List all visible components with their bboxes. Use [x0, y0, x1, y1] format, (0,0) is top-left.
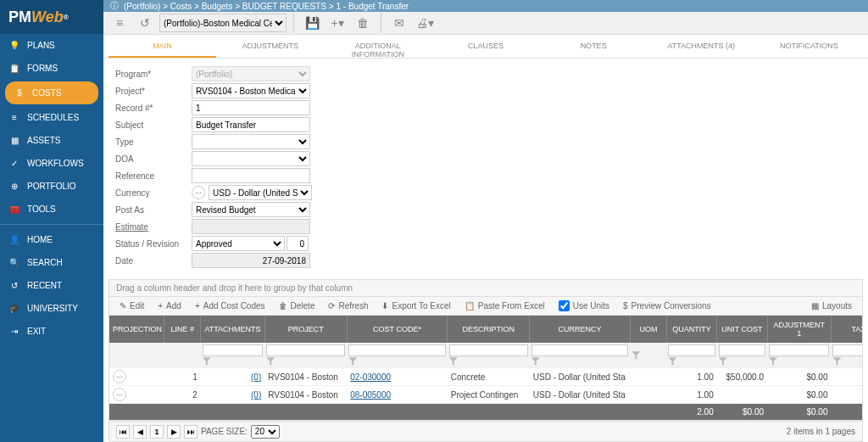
cell-cost-code[interactable]: 02-030000: [347, 368, 448, 386]
pager-prev[interactable]: ◀: [133, 425, 147, 439]
add-icon[interactable]: +▾: [326, 12, 348, 34]
filter-unit[interactable]: [719, 344, 765, 356]
grid-add[interactable]: +Add: [153, 299, 186, 312]
grid-group-hint[interactable]: Drag a column header and drop it here to…: [109, 280, 862, 297]
filter-icon[interactable]: [769, 357, 777, 366]
doa-field[interactable]: [192, 151, 310, 166]
filter-description[interactable]: [449, 344, 528, 356]
filter-attachments[interactable]: [203, 344, 263, 356]
cell-attachments[interactable]: (0): [201, 368, 264, 386]
nav-university[interactable]: 🎓UNIVERSITY: [0, 297, 103, 320]
table-row[interactable]: ⋯ 1 (0) RVS0104 - Boston 02-030000 Concr…: [109, 368, 862, 386]
save-icon[interactable]: 💾: [301, 12, 323, 34]
estimate-label[interactable]: Estimate: [115, 222, 192, 232]
filter-cost-code[interactable]: [348, 344, 446, 356]
project-dropdown[interactable]: (Portfolio)-Boston Medical Center - 1: [159, 14, 287, 32]
filter-icon[interactable]: [832, 357, 841, 366]
pager-current[interactable]: 1: [150, 425, 164, 439]
delete-icon[interactable]: 🗑: [352, 12, 374, 34]
nav-home[interactable]: 👤HOME: [0, 228, 103, 251]
subject-field[interactable]: [192, 117, 310, 132]
use-units-checkbox[interactable]: [559, 300, 570, 311]
filter-icon[interactable]: [266, 357, 275, 366]
nav-workflows[interactable]: ✓WORKFLOWS: [0, 152, 103, 175]
grid-paste[interactable]: 📋Paste From Excel: [459, 299, 550, 312]
filter-icon[interactable]: [531, 357, 540, 366]
history-icon[interactable]: ↺: [134, 12, 156, 34]
pager-first[interactable]: ⏮: [116, 425, 130, 439]
filter-icon[interactable]: [348, 357, 357, 366]
nav-costs[interactable]: $COSTS: [5, 81, 98, 104]
tab-additional-info[interactable]: ADDITIONAL INFORMATION: [324, 35, 431, 58]
col-line[interactable]: LINE #: [164, 316, 201, 343]
revision-field[interactable]: [287, 236, 309, 251]
toolbar: ≡ ↺ (Portfolio)-Boston Medical Center - …: [103, 12, 868, 35]
grid-use-units[interactable]: Use Units: [554, 299, 615, 313]
filter-icon[interactable]: [668, 357, 676, 366]
filter-tax[interactable]: [832, 344, 862, 356]
col-attachments[interactable]: ATTACHMENTS: [201, 316, 264, 343]
pager-last[interactable]: ⏭: [184, 425, 198, 439]
menu-icon[interactable]: ≡: [108, 12, 131, 34]
col-adjustment1[interactable]: ADJUSTMENT 1: [767, 316, 831, 343]
grid-add-cost-codes[interactable]: +Add Cost Codes: [190, 299, 270, 312]
col-currency[interactable]: CURRENCY: [530, 316, 631, 343]
grid-delete[interactable]: 🗑Delete: [274, 299, 320, 312]
tab-adjustments[interactable]: ADJUSTMENTS: [216, 35, 324, 58]
col-project[interactable]: PROJECT: [264, 316, 347, 343]
page-size-select[interactable]: 20: [251, 425, 280, 439]
print-icon[interactable]: 🖨▾: [414, 12, 436, 34]
cell-cost-code[interactable]: 08-005000: [347, 386, 448, 404]
nav-tools[interactable]: 🧰TOOLS: [0, 198, 103, 221]
row-menu-icon[interactable]: ⋯: [113, 370, 126, 383]
grid-layouts[interactable]: ▦Layouts: [806, 299, 857, 312]
nav-recent[interactable]: ↺RECENT: [0, 274, 103, 297]
nav-forms[interactable]: 📋FORMS: [0, 57, 103, 80]
nav-search[interactable]: 🔍SEARCH: [0, 251, 103, 274]
project-field[interactable]: RVS0104 - Boston Medical Center: [192, 83, 310, 98]
filter-qty[interactable]: [668, 344, 715, 356]
reference-field[interactable]: [192, 168, 310, 183]
col-description[interactable]: DESCRIPTION: [448, 316, 530, 343]
nav-assets[interactable]: ▦ASSETS: [0, 129, 103, 152]
cell-attachments[interactable]: (0): [201, 386, 264, 404]
mail-icon[interactable]: ✉: [388, 12, 410, 34]
postas-field[interactable]: Revised Budget: [192, 202, 310, 217]
nav-plans[interactable]: 💡PLANS: [0, 34, 103, 57]
grid-preview-conversions[interactable]: $Preview Conversions: [618, 299, 716, 312]
grid-refresh[interactable]: ⟳Refresh: [323, 299, 373, 312]
col-tax[interactable]: TAX: [831, 316, 862, 343]
col-uom[interactable]: UOM: [630, 316, 666, 343]
currency-field[interactable]: USD - Dollar (United States of America): [209, 185, 312, 200]
col-projection[interactable]: PROJECTION: [109, 316, 164, 343]
filter-project[interactable]: [266, 344, 345, 356]
row-menu-icon[interactable]: ⋯: [113, 388, 126, 401]
nav-schedules[interactable]: ≡SCHEDULES: [0, 106, 103, 129]
tab-attachments[interactable]: ATTACHMENTS (4): [648, 35, 755, 58]
filter-icon[interactable]: [632, 351, 640, 360]
nav-exit[interactable]: ⇥EXIT: [0, 320, 103, 343]
grid-scroll[interactable]: PROJECTION LINE # ATTACHMENTS PROJECT CO…: [109, 316, 862, 421]
tab-clauses[interactable]: CLAUSES: [431, 35, 539, 58]
nav-portfolio[interactable]: ⊕PORTFOLIO: [0, 175, 103, 198]
grid-edit[interactable]: ✎Edit: [114, 299, 149, 312]
col-cost-code[interactable]: COST CODE*: [347, 316, 448, 343]
filter-adj1[interactable]: [769, 344, 829, 356]
pager-next[interactable]: ▶: [167, 425, 181, 439]
filter-icon[interactable]: [449, 357, 458, 366]
type-field[interactable]: [192, 134, 310, 149]
filter-currency[interactable]: [531, 344, 629, 356]
col-quantity[interactable]: QUANTITY: [666, 316, 716, 343]
table-row[interactable]: ⋯ 2 (0) RVS0104 - Boston 08-005000 Proje…: [109, 386, 862, 404]
info-icon[interactable]: ⓘ: [110, 0, 119, 12]
filter-icon[interactable]: [203, 357, 211, 366]
tab-notes[interactable]: NOTES: [540, 35, 648, 58]
tab-main[interactable]: MAIN: [108, 35, 216, 58]
currency-more-icon[interactable]: ⋯: [192, 186, 205, 199]
filter-icon[interactable]: [719, 357, 727, 366]
status-field[interactable]: Approved: [192, 236, 285, 251]
grid-export[interactable]: ⬇Export To Excel: [376, 299, 455, 312]
tab-notifications[interactable]: NOTIFICATIONS: [755, 35, 863, 58]
record-field[interactable]: [192, 100, 310, 115]
col-unit-cost[interactable]: UNIT COST: [717, 316, 767, 343]
